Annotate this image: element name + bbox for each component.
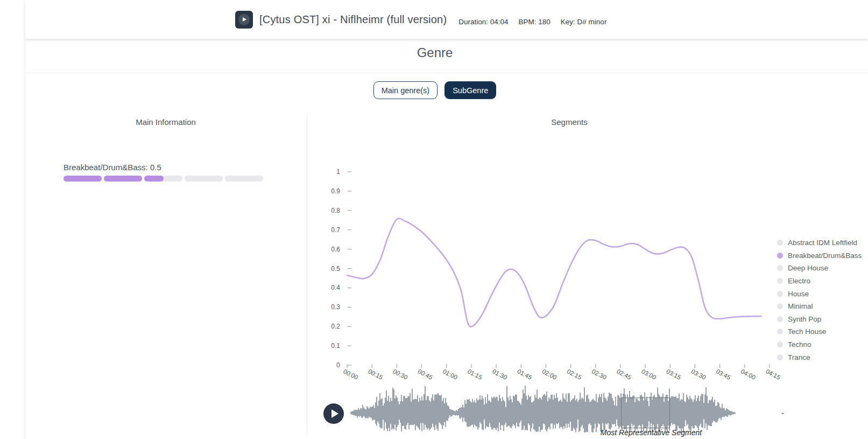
representative-segment-label: Most Representative Segment	[597, 428, 705, 437]
legend-dot	[777, 354, 783, 360]
y-tick-label: 0.9	[331, 187, 340, 195]
genre-score-bar	[63, 176, 263, 182]
legend-dot	[777, 329, 783, 335]
y-tick-label: 0.4	[331, 284, 340, 291]
legend-dot	[777, 303, 783, 309]
legend-item-trance[interactable]: Trance	[777, 351, 868, 364]
legend-item-tech-house[interactable]: Tech House	[777, 325, 868, 338]
legend-label: House	[788, 290, 809, 298]
legend-label: Trance	[788, 353, 810, 361]
legend-label: Breakbeat/Drum&Bass	[788, 252, 862, 260]
y-tick-label: 1	[336, 168, 340, 176]
legend-item-electro[interactable]: Electro	[777, 275, 868, 288]
genre-score-bar-segment	[144, 176, 182, 182]
play-icon	[238, 14, 250, 25]
y-tick-label: 0.1	[331, 342, 340, 350]
y-tick-label: 0.5	[331, 265, 340, 273]
legend-item-deep-house[interactable]: Deep House	[777, 262, 868, 275]
legend-item-house[interactable]: House	[777, 287, 868, 300]
y-tick-label: 0	[336, 361, 340, 369]
audio-waveform[interactable]	[309, 377, 796, 439]
legend-item-abstract-idm-leftfield[interactable]: Abstract IDM Leftfield	[777, 236, 868, 249]
legend-label: Minimal	[788, 302, 813, 310]
genre-tab-main-genres[interactable]: Main genre(s)	[373, 81, 437, 99]
legend-dot	[777, 240, 783, 246]
legend-label: Abstract IDM Leftfield	[788, 239, 857, 247]
legend-label: Tech House	[788, 327, 826, 336]
y-tick-label: 0.2	[331, 323, 340, 330]
legend-dot	[777, 265, 783, 271]
legend-dot	[777, 316, 783, 322]
genre-score-label: Breakbeat/Drum&Bass: 0.5	[63, 163, 161, 172]
segments-panel-title: Segments	[307, 117, 831, 127]
y-tick-label: 0.6	[331, 246, 340, 253]
genre-score-bar-segment	[104, 176, 142, 182]
y-tick-label: 0.3	[331, 303, 340, 311]
y-axis: 00.10.20.30.40.50.60.70.80.91	[331, 168, 351, 369]
chart-legend: Abstract IDM LeftfieldBreakbeat/Drum&Bas…	[777, 236, 868, 364]
track-bpm: BPM: 180	[519, 18, 551, 26]
waveform-bars	[351, 386, 735, 433]
track-play-button[interactable]	[235, 11, 253, 29]
legend-item-breakbeat-drum-bass[interactable]: Breakbeat/Drum&Bass	[777, 249, 868, 262]
representative-segment-box	[621, 398, 670, 428]
legend-dot	[777, 253, 783, 259]
legend-dot	[777, 342, 783, 347]
genre-score-bar-segment	[63, 176, 102, 182]
legend-label: Electro	[788, 277, 810, 285]
track-meta: Duration: 04:04 BPM: 180 Key: D# minor	[458, 13, 606, 26]
genre-score-bar-segment	[225, 176, 263, 182]
genre-tab-subgenre[interactable]: SubGenre	[444, 81, 496, 99]
segments-chart[interactable]: 00.10.20.30.40.50.60.70.80.91 00:0000:15…	[301, 156, 786, 385]
genre-section-title: Genre	[25, 45, 845, 60]
legend-item-minimal[interactable]: Minimal	[777, 300, 868, 313]
legend-label: Deep House	[788, 264, 828, 272]
genre-score-bar-segment	[185, 176, 223, 182]
y-tick-label: 0.8	[331, 207, 340, 214]
waveform-end-dash: -	[781, 408, 784, 417]
main-info-title: Main Information	[25, 117, 307, 127]
legend-item-techno[interactable]: Techno	[777, 338, 868, 351]
section-divider	[25, 73, 868, 73]
legend-label: Synth Pop	[788, 315, 821, 323]
track-duration: Duration: 04:04	[458, 18, 508, 26]
legend-dot	[777, 291, 783, 297]
legend-item-synth-pop[interactable]: Synth Pop	[777, 313, 868, 326]
y-tick-label: 0.7	[331, 226, 340, 234]
track-title: [Cytus OST] xi - Niflheimr (full version…	[259, 13, 447, 26]
genre-series-line	[347, 218, 761, 326]
genre-tabs: Main genre(s) SubGenre	[25, 81, 845, 99]
legend-dot	[777, 278, 783, 284]
legend-label: Techno	[788, 340, 811, 349]
app-header: [Cytus OST] xi - Niflheimr (full version…	[25, 0, 868, 39]
track-key: Key: D# minor	[561, 18, 607, 26]
